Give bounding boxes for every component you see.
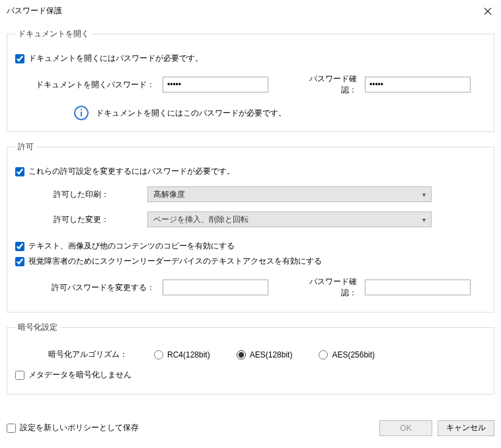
allowed-change-value: ページを挿入、削除と回転 (153, 214, 249, 225)
algo-aes128-radio[interactable] (237, 350, 246, 359)
permission-password-label: 許可パスワードを変更する： (15, 282, 157, 293)
encryption-group: 暗号化設定 暗号化アルゴリズム： RC4(128bit) AES(128bit)… (7, 322, 494, 394)
enable-copy-label: テキスト、画像及び他のコンテンツのコピーを有効にする (28, 241, 235, 252)
open-password-input[interactable] (163, 77, 268, 93)
cancel-button[interactable]: キャンセル (438, 420, 494, 436)
enable-screenreader-label: 視覚障害者のためにスクリーンリーダーデバイスのテキストアクセスを有効にする (28, 256, 322, 267)
dialog-title: パスワード保護 (7, 5, 62, 17)
require-open-password-label: ドキュメントを開くにはパスワードが必要です。 (28, 53, 203, 64)
allowed-change-label: 許可した変更： (15, 214, 147, 225)
close-button[interactable] (482, 6, 493, 17)
require-open-password-checkbox[interactable] (15, 54, 24, 63)
algo-rc4-label: RC4(128bit) (167, 350, 210, 359)
info-text: ドキュメントを開くにはこのパスワードが必要です。 (96, 108, 286, 119)
permissions-group: 許可 これらの許可設定を変更するにはパスワードが必要です。 許可した印刷： 高解… (7, 141, 494, 313)
save-as-policy-checkbox[interactable] (7, 424, 16, 433)
save-as-policy-label: 設定を新しいポリシーとして保存 (20, 422, 139, 433)
open-document-legend: ドキュメントを開く (15, 28, 92, 40)
allowed-print-select[interactable]: 高解像度 ▾ (147, 186, 432, 202)
allowed-change-select[interactable]: ページを挿入、削除と回転 ▾ (147, 211, 432, 227)
ok-button[interactable]: OK (379, 420, 432, 436)
encryption-legend: 暗号化設定 (15, 322, 60, 333)
open-password-confirm-input[interactable] (365, 77, 471, 93)
svg-rect-4 (81, 109, 82, 110)
no-encrypt-metadata-checkbox[interactable] (15, 371, 24, 380)
open-password-confirm-label: パスワード確認： (300, 73, 360, 96)
algo-aes256-radio[interactable] (319, 350, 328, 359)
encryption-algorithm-label: 暗号化アルゴリズム： (48, 349, 128, 360)
no-encrypt-metadata-label: メタデータを暗号化しません (28, 369, 132, 381)
algo-rc4-radio[interactable] (154, 350, 163, 359)
chevron-down-icon: ▾ (422, 191, 426, 198)
permission-password-confirm-input[interactable] (365, 280, 471, 295)
require-permission-password-label: これらの許可設定を変更するにはパスワードが必要です。 (28, 166, 235, 177)
algo-aes128-label: AES(128bit) (250, 350, 293, 359)
open-password-label: ドキュメントを開くパスワード： (15, 79, 157, 91)
require-permission-password-checkbox[interactable] (15, 167, 24, 176)
permission-password-confirm-label: パスワード確認： (300, 276, 360, 299)
info-icon (73, 105, 89, 121)
enable-screenreader-checkbox[interactable] (15, 257, 24, 266)
close-icon (484, 7, 492, 15)
permissions-legend: 許可 (15, 141, 36, 153)
allowed-print-label: 許可した印刷： (15, 189, 147, 200)
allowed-print-value: 高解像度 (153, 189, 185, 200)
permission-password-input[interactable] (163, 280, 268, 295)
algo-aes256-label: AES(256bit) (332, 350, 375, 359)
chevron-down-icon: ▾ (422, 216, 426, 223)
enable-copy-checkbox[interactable] (15, 242, 24, 251)
open-document-group: ドキュメントを開く ドキュメントを開くにはパスワードが必要です。 ドキュメントを… (7, 28, 494, 132)
svg-rect-3 (81, 112, 82, 116)
